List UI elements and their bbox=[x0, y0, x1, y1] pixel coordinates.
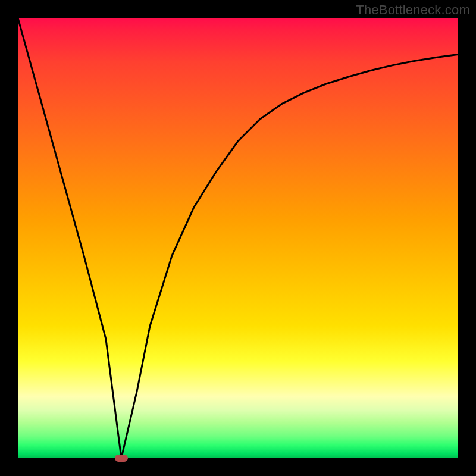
plot-area bbox=[18, 18, 458, 458]
bottleneck-curve bbox=[18, 18, 458, 458]
curve-layer bbox=[18, 18, 458, 458]
watermark-text: TheBottleneck.com bbox=[356, 2, 470, 18]
minimum-marker bbox=[115, 455, 128, 462]
chart-container: TheBottleneck.com bbox=[0, 0, 476, 476]
